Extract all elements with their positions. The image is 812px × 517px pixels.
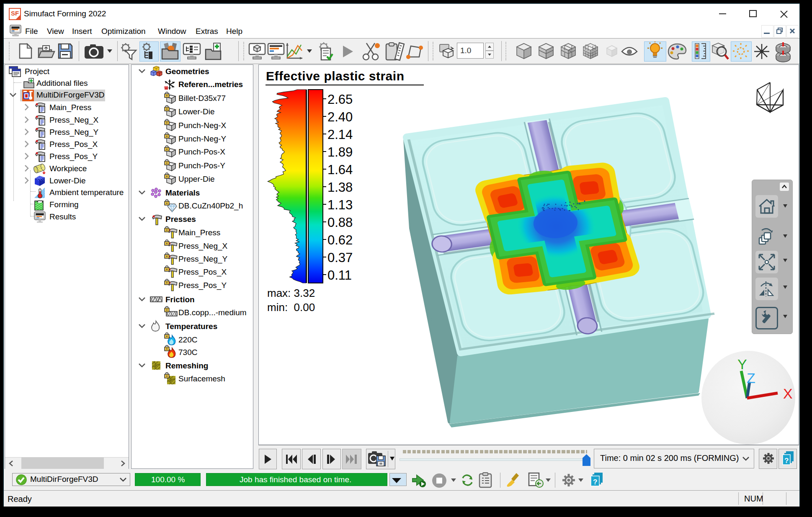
svg-text:?: ?: [593, 478, 597, 486]
svg-text:X: X: [783, 386, 793, 401]
svg-text:?: ?: [784, 457, 789, 465]
svg-text:Y: Y: [737, 356, 747, 372]
svg-text:Z: Z: [747, 370, 755, 386]
